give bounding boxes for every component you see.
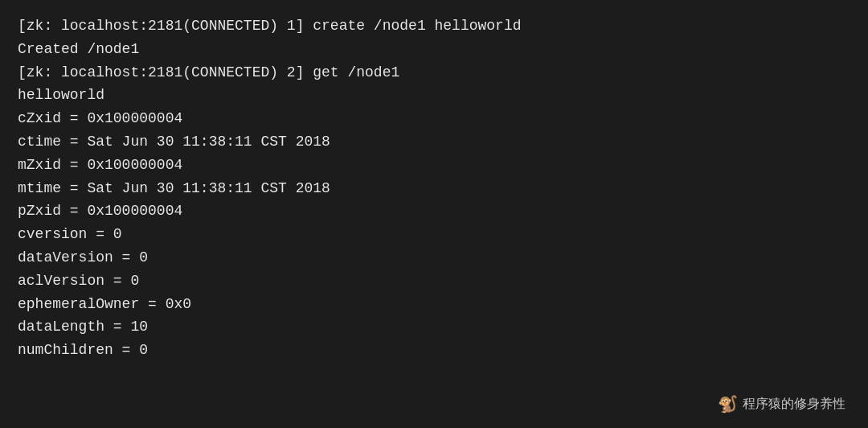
terminal-line-line13: ephemeralOwner = 0x0 (18, 293, 850, 316)
terminal-line-line14: dataLength = 10 (18, 315, 850, 339)
watermark-icon: 🐒 (718, 394, 738, 414)
terminal-line-line1: [zk: localhost:2181(CONNECTED) 1] create… (18, 14, 850, 38)
terminal-line-line7: mZxid = 0x100000004 (18, 154, 850, 177)
terminal-line-line11: dataVersion = 0 (18, 246, 850, 270)
terminal-line-line9: pZxid = 0x100000004 (18, 200, 850, 223)
watermark: 🐒 程序猿的修身养性 (718, 394, 845, 414)
watermark-text: 程序猿的修身养性 (743, 396, 845, 413)
terminal-line-line15: numChildren = 0 (18, 339, 850, 362)
terminal-line-line3: [zk: localhost:2181(CONNECTED) 2] get /n… (18, 61, 850, 84)
terminal-line-line2: Created /node1 (18, 38, 850, 61)
terminal-window: [zk: localhost:2181(CONNECTED) 1] create… (0, 0, 868, 428)
terminal-line-line6: ctime = Sat Jun 30 11:38:11 CST 2018 (18, 130, 850, 154)
terminal-line-line8: mtime = Sat Jun 30 11:38:11 CST 2018 (18, 177, 850, 200)
terminal-line-line10: cversion = 0 (18, 223, 850, 246)
terminal-content: [zk: localhost:2181(CONNECTED) 1] create… (18, 14, 850, 362)
terminal-line-line4: helloworld (18, 84, 850, 107)
terminal-line-line12: aclVersion = 0 (18, 270, 850, 293)
terminal-line-line5: cZxid = 0x100000004 (18, 107, 850, 130)
